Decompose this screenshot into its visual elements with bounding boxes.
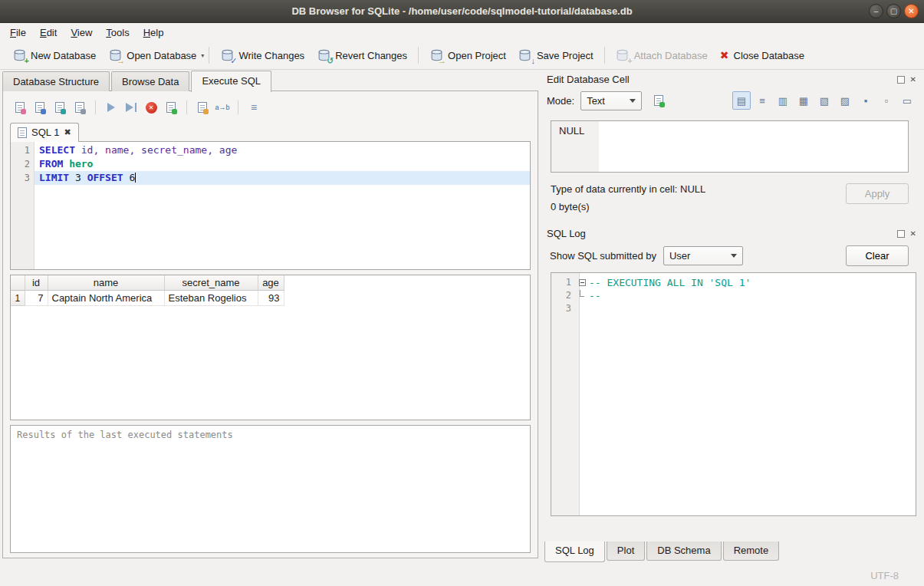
cell-text-view-button[interactable]: ▤ (732, 91, 751, 110)
execute-all-button[interactable] (101, 98, 121, 117)
menu-item-file[interactable]: File (3, 25, 33, 41)
cell-editor[interactable]: NULL (551, 120, 909, 173)
sql-toolbar: ✕ a→b ≡ (10, 96, 531, 119)
database-open-icon: → (108, 48, 122, 62)
column-header-age[interactable]: age (258, 275, 284, 291)
auto-format-button[interactable]: ≡ (244, 98, 264, 117)
tab-db-schema[interactable]: DB Schema (646, 542, 721, 561)
tab-plot[interactable]: Plot (607, 542, 645, 561)
window-maximize-button[interactable]: ▢ (886, 4, 901, 18)
execute-sql-panel: ✕ a→b ≡ SQL 1 ✖ 1 SELECT id, name, secre (2, 91, 538, 558)
toolbar-separator (604, 47, 605, 64)
main-toolbar: + New Database → Open Database ▾ ✓ Write… (0, 41, 924, 70)
cell-id[interactable]: 7 (25, 291, 48, 306)
dock-close-icon[interactable]: ✕ (910, 230, 916, 238)
app-window: DB Browser for SQLite - /home/user/code/… (0, 0, 924, 586)
cell-fullscreen-button[interactable]: ▫ (877, 91, 896, 110)
sql-tab-bar: SQL 1 ✖ (10, 120, 531, 141)
tab-sql-log[interactable]: SQL Log (544, 542, 605, 562)
cell-json-view-button[interactable]: ▥ (774, 91, 792, 110)
dock-float-icon[interactable] (897, 230, 905, 238)
tab-execute-sql[interactable]: Execute SQL (191, 71, 271, 92)
new-database-button[interactable]: + New Database (6, 45, 102, 65)
open-database-dropdown chevron-down-icon[interactable]: ▾ (201, 52, 204, 59)
open-database-button[interactable]: → Open Database (102, 45, 202, 65)
stop-execution-button[interactable]: ✕ (141, 98, 161, 117)
sql-editor[interactable]: 1 SELECT id, name, secret_name, age 2 FR… (10, 141, 531, 270)
find-replace-icon: a→b (215, 104, 229, 111)
fold-collapse-icon[interactable] (579, 279, 586, 286)
mode-label: Mode: (547, 95, 574, 107)
menu-bar: FileEditViewToolsHelp (0, 24, 924, 41)
cell-secret-name[interactable]: Esteban Rogelios (164, 291, 258, 306)
close-tab-icon[interactable]: ✖ (64, 127, 71, 137)
clear-log-button[interactable]: Clear (846, 245, 909, 266)
cell-auto-switch-button[interactable] (648, 91, 669, 110)
menu-item-tools[interactable]: Tools (99, 25, 136, 41)
column-header-name[interactable]: name (48, 275, 164, 291)
print-icon (75, 102, 84, 113)
find-replace-button[interactable]: a→b (212, 98, 232, 117)
cell-import-button[interactable]: ▧ (815, 91, 834, 110)
cell-word-wrap-button[interactable]: ≡ (753, 91, 771, 110)
line-number: 3 (11, 171, 30, 185)
print-sql-button[interactable] (70, 98, 90, 117)
execute-current-line-button[interactable] (121, 98, 141, 117)
save-project-button[interactable]: ↓ Save Project (512, 45, 600, 65)
export-results-button[interactable] (161, 98, 181, 117)
cell-mode-select[interactable]: Text (580, 91, 642, 110)
cell-xml-view-button[interactable]: ▦ (794, 91, 813, 110)
export-icon (166, 102, 176, 113)
apply-button[interactable]: Apply (846, 183, 909, 204)
editor-line-current: 3 LIMIT 3 OFFSET 6 (11, 171, 530, 185)
line-number: 1 (551, 276, 575, 289)
cell-size-info: 0 byte(s) (551, 201, 705, 212)
revert-changes-button[interactable]: ↺ Revert Changes (311, 45, 413, 65)
save-sql-as-button[interactable] (50, 98, 70, 117)
cell-export-button[interactable]: ▨ (836, 91, 854, 110)
window-minimize-button[interactable]: – (869, 4, 883, 18)
tab-browse-data[interactable]: Browse Data (111, 71, 189, 91)
database-write-icon: ✓ (220, 48, 234, 62)
cell-set-null-button[interactable]: ▪ (857, 91, 875, 110)
database-attach-icon: + (616, 48, 630, 62)
row-number[interactable]: 1 (11, 291, 25, 306)
text-cursor (135, 173, 136, 183)
dock-close-icon[interactable]: ✕ (910, 76, 916, 84)
tab-database-structure[interactable]: Database Structure (2, 71, 110, 91)
tab-remote[interactable]: Remote (723, 542, 780, 561)
toolbar-separator (209, 47, 209, 64)
save-sql-file-button[interactable] (30, 98, 50, 117)
menu-item-edit[interactable]: Edit (33, 25, 64, 41)
log-filter-select[interactable]: User (663, 246, 743, 265)
open-project-button[interactable]: → Open Project (423, 45, 512, 65)
window-controls: – ▢ ✕ (869, 4, 919, 18)
column-header-id[interactable]: id (25, 275, 48, 291)
edit-cell-title: Edit Database Cell (547, 74, 630, 85)
window-close-button[interactable]: ✕ (904, 4, 919, 18)
project-save-icon: ↓ (518, 48, 532, 62)
sql-log-dock-header: SQL Log ✕ (540, 224, 924, 241)
corner-header (11, 275, 25, 291)
title-bar[interactable]: DB Browser for SQLite - /home/user/code/… (0, 0, 924, 23)
dock-float-icon[interactable] (897, 76, 905, 84)
cell-age[interactable]: 93 (258, 291, 284, 306)
column-header-secret-name[interactable]: secret_name (164, 275, 258, 291)
write-changes-button[interactable]: ✓ Write Changes (214, 45, 311, 65)
cell-print-button[interactable]: ▭ (898, 91, 916, 110)
line-number: 2 (551, 289, 575, 302)
import-sql-button[interactable] (192, 98, 212, 117)
menu-item-view[interactable]: View (64, 25, 99, 41)
menu-item-help[interactable]: Help (136, 25, 171, 41)
results-grid[interactable]: id name secret_name age 1 7 Captain Nort… (10, 275, 531, 420)
sql-tab-sql1[interactable]: SQL 1 ✖ (10, 123, 79, 142)
log-line: 2 -- (551, 289, 916, 302)
open-sql-file-button[interactable] (10, 98, 30, 117)
attach-database-button[interactable]: + Attach Database (610, 45, 714, 65)
close-database-button[interactable]: ✖ Close Database (714, 46, 811, 64)
cell-name[interactable]: Captain North America (48, 291, 164, 306)
sql-log-viewer[interactable]: 1 -- EXECUTING ALL IN 'SQL 1' 2 -- 3 (551, 272, 916, 516)
log-line: 1 -- EXECUTING ALL IN 'SQL 1' (551, 276, 916, 289)
line-number: 3 (551, 302, 575, 315)
save-sql-file-icon (35, 102, 44, 113)
